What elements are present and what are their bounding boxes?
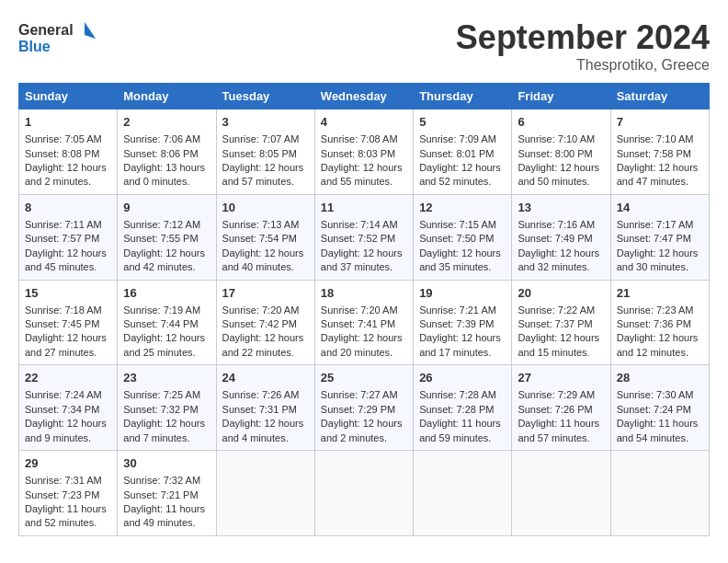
day-info: Sunrise: 7:29 AMSunset: 7:26 PMDaylight:… [518, 389, 599, 442]
day-number: 2 [123, 114, 210, 131]
calendar-cell [216, 451, 314, 536]
day-info: Sunrise: 7:27 AMSunset: 7:29 PMDaylight:… [321, 389, 403, 442]
calendar-cell: 7Sunrise: 7:10 AMSunset: 7:58 PMDaylight… [610, 109, 709, 195]
title-block: September 2024 Thesprotiko, Greece [456, 18, 710, 74]
day-number: 1 [25, 114, 111, 131]
day-info: Sunrise: 7:32 AMSunset: 7:21 PMDaylight:… [123, 475, 205, 528]
calendar-cell: 6Sunrise: 7:10 AMSunset: 8:00 PMDaylight… [512, 109, 610, 195]
calendar-cell: 21Sunrise: 7:23 AMSunset: 7:36 PMDayligh… [610, 280, 709, 365]
calendar-cell: 27Sunrise: 7:29 AMSunset: 7:26 PMDayligh… [512, 365, 610, 451]
day-info: Sunrise: 7:28 AMSunset: 7:28 PMDaylight:… [419, 389, 501, 442]
day-info: Sunrise: 7:26 AMSunset: 7:31 PMDaylight:… [222, 389, 304, 442]
day-info: Sunrise: 7:09 AMSunset: 8:01 PMDaylight:… [419, 133, 501, 187]
calendar-cell: 28Sunrise: 7:30 AMSunset: 7:24 PMDayligh… [610, 365, 709, 451]
day-info: Sunrise: 7:22 AMSunset: 7:37 PMDaylight:… [518, 304, 599, 358]
calendar-cell: 25Sunrise: 7:27 AMSunset: 7:29 PMDayligh… [314, 365, 413, 451]
day-info: Sunrise: 7:13 AMSunset: 7:54 PMDaylight:… [222, 219, 304, 272]
logo-icon: GeneralBlue [18, 18, 101, 55]
calendar-cell: 17Sunrise: 7:20 AMSunset: 7:42 PMDayligh… [216, 280, 314, 365]
day-number: 17 [222, 285, 309, 302]
svg-text:General: General [18, 22, 74, 38]
day-number: 6 [518, 114, 604, 131]
svg-marker-2 [85, 22, 96, 39]
calendar-cell: 14Sunrise: 7:17 AMSunset: 7:47 PMDayligh… [610, 194, 709, 280]
day-info: Sunrise: 7:10 AMSunset: 7:58 PMDaylight:… [617, 133, 699, 187]
calendar-cell [314, 451, 413, 536]
calendar-cell: 15Sunrise: 7:18 AMSunset: 7:45 PMDayligh… [19, 280, 118, 365]
day-number: 24 [222, 370, 309, 386]
page-header: GeneralBlue September 2024 Thesprotiko, … [18, 18, 710, 74]
day-info: Sunrise: 7:25 AMSunset: 7:32 PMDaylight:… [123, 389, 205, 442]
calendar-cell: 3Sunrise: 7:07 AMSunset: 8:05 PMDaylight… [216, 109, 314, 195]
day-info: Sunrise: 7:23 AMSunset: 7:36 PMDaylight:… [617, 304, 699, 358]
day-header-saturday: Saturday [610, 84, 709, 109]
day-info: Sunrise: 7:11 AMSunset: 7:57 PMDaylight:… [25, 219, 107, 272]
logo: GeneralBlue [18, 18, 101, 55]
calendar-cell: 5Sunrise: 7:09 AMSunset: 8:01 PMDaylight… [414, 109, 512, 195]
day-number: 16 [123, 285, 210, 302]
day-info: Sunrise: 7:07 AMSunset: 8:05 PMDaylight:… [222, 133, 304, 187]
svg-text:Blue: Blue [18, 39, 51, 54]
calendar-cell: 16Sunrise: 7:19 AMSunset: 7:44 PMDayligh… [118, 280, 216, 365]
day-info: Sunrise: 7:19 AMSunset: 7:44 PMDaylight:… [123, 304, 205, 358]
calendar-cell: 2Sunrise: 7:06 AMSunset: 8:06 PMDaylight… [118, 109, 216, 195]
day-info: Sunrise: 7:05 AMSunset: 8:08 PMDaylight:… [25, 133, 107, 187]
day-header-monday: Monday [118, 84, 216, 109]
day-number: 25 [321, 370, 407, 386]
calendar-cell [512, 451, 610, 536]
day-number: 28 [617, 370, 703, 386]
day-info: Sunrise: 7:06 AMSunset: 8:06 PMDaylight:… [123, 133, 205, 187]
calendar-cell: 4Sunrise: 7:08 AMSunset: 8:03 PMDaylight… [314, 109, 413, 195]
day-number: 29 [25, 455, 111, 472]
day-info: Sunrise: 7:15 AMSunset: 7:50 PMDaylight:… [419, 219, 501, 272]
day-number: 14 [617, 200, 703, 216]
day-number: 18 [321, 285, 407, 302]
day-header-wednesday: Wednesday [314, 84, 413, 109]
calendar-cell: 29Sunrise: 7:31 AMSunset: 7:23 PMDayligh… [19, 451, 118, 536]
calendar-cell: 11Sunrise: 7:14 AMSunset: 7:52 PMDayligh… [314, 194, 413, 280]
calendar-cell: 19Sunrise: 7:21 AMSunset: 7:39 PMDayligh… [414, 280, 512, 365]
day-number: 11 [321, 200, 407, 216]
calendar-cell [414, 451, 512, 536]
day-number: 3 [222, 114, 309, 131]
calendar-cell [610, 451, 709, 536]
day-number: 15 [25, 285, 111, 302]
day-number: 20 [518, 285, 604, 302]
calendar-week-1: 1Sunrise: 7:05 AMSunset: 8:08 PMDaylight… [19, 109, 710, 195]
calendar-cell: 18Sunrise: 7:20 AMSunset: 7:41 PMDayligh… [314, 280, 413, 365]
calendar-cell: 23Sunrise: 7:25 AMSunset: 7:32 PMDayligh… [118, 365, 216, 451]
day-number: 27 [518, 370, 604, 386]
calendar-cell: 22Sunrise: 7:24 AMSunset: 7:34 PMDayligh… [19, 365, 118, 451]
calendar-table: SundayMondayTuesdayWednesdayThursdayFrid… [18, 83, 710, 536]
day-number: 12 [419, 200, 506, 216]
day-info: Sunrise: 7:20 AMSunset: 7:41 PMDaylight:… [321, 304, 403, 358]
day-info: Sunrise: 7:30 AMSunset: 7:24 PMDaylight:… [617, 389, 699, 442]
calendar-cell: 12Sunrise: 7:15 AMSunset: 7:50 PMDayligh… [414, 194, 512, 280]
calendar-cell: 10Sunrise: 7:13 AMSunset: 7:54 PMDayligh… [216, 194, 314, 280]
calendar-cell: 1Sunrise: 7:05 AMSunset: 8:08 PMDaylight… [19, 109, 118, 195]
day-number: 9 [123, 200, 210, 216]
day-number: 30 [123, 455, 210, 472]
day-number: 10 [222, 200, 309, 216]
day-header-sunday: Sunday [19, 84, 118, 109]
day-info: Sunrise: 7:24 AMSunset: 7:34 PMDaylight:… [25, 389, 107, 442]
day-number: 21 [617, 285, 703, 302]
calendar-cell: 30Sunrise: 7:32 AMSunset: 7:21 PMDayligh… [118, 451, 216, 536]
day-info: Sunrise: 7:08 AMSunset: 8:03 PMDaylight:… [321, 133, 403, 187]
day-number: 5 [419, 114, 506, 131]
day-number: 13 [518, 200, 604, 216]
calendar-cell: 8Sunrise: 7:11 AMSunset: 7:57 PMDaylight… [19, 194, 118, 280]
day-info: Sunrise: 7:20 AMSunset: 7:42 PMDaylight:… [222, 304, 304, 358]
day-header-thursday: Thursday [414, 84, 512, 109]
day-info: Sunrise: 7:17 AMSunset: 7:47 PMDaylight:… [617, 219, 699, 272]
day-number: 26 [419, 370, 506, 386]
day-number: 19 [419, 285, 506, 302]
calendar-week-5: 29Sunrise: 7:31 AMSunset: 7:23 PMDayligh… [19, 451, 710, 536]
day-info: Sunrise: 7:31 AMSunset: 7:23 PMDaylight:… [25, 475, 107, 528]
calendar-cell: 20Sunrise: 7:22 AMSunset: 7:37 PMDayligh… [512, 280, 610, 365]
day-number: 23 [123, 370, 210, 386]
day-info: Sunrise: 7:14 AMSunset: 7:52 PMDaylight:… [321, 219, 403, 272]
calendar-week-2: 8Sunrise: 7:11 AMSunset: 7:57 PMDaylight… [19, 194, 710, 280]
day-info: Sunrise: 7:12 AMSunset: 7:55 PMDaylight:… [123, 219, 205, 272]
calendar-cell: 9Sunrise: 7:12 AMSunset: 7:55 PMDaylight… [118, 194, 216, 280]
